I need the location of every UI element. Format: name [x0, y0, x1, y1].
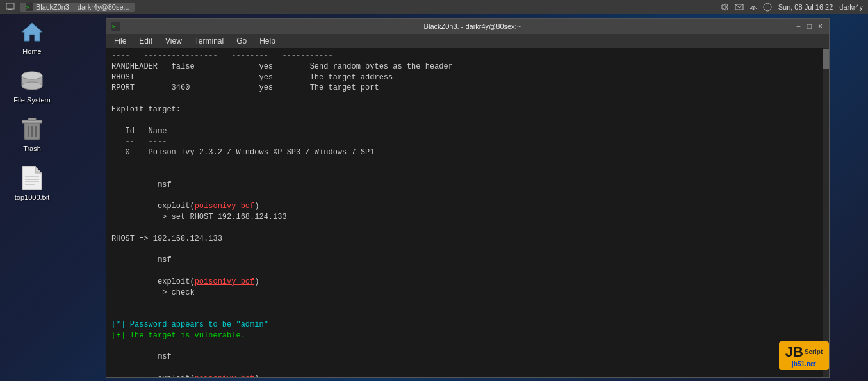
taskbar-top: >_ BlackZ0n3. - darkr4y@80se... — [0, 0, 868, 14]
svg-rect-16 — [28, 118, 36, 120]
network-icon — [749, 3, 758, 12]
terminal-menubar: File Edit View Terminal Go Help — [106, 34, 829, 48]
svg-marker-4 — [722, 4, 726, 10]
line-exploit-target: Exploit target: — [111, 104, 816, 115]
line-blank3 — [111, 158, 816, 169]
menu-terminal[interactable]: Terminal — [190, 36, 229, 45]
svg-text:>_: >_ — [112, 24, 119, 29]
terminal-window: >_ BlackZ0n3. - darkr4y@80sex:~ − □ × Fi… — [106, 18, 830, 378]
line-blank4 — [111, 309, 816, 320]
watermark-script: Script — [805, 348, 823, 355]
home-label: Home — [22, 47, 41, 55]
close-button[interactable]: × — [817, 22, 824, 31]
svg-marker-9 — [22, 23, 42, 41]
line-blank2 — [111, 115, 816, 126]
info-icon: i — [763, 3, 772, 12]
line-blank1 — [111, 93, 816, 104]
line-vulnerable: [+] The target is vulnerable. — [111, 330, 816, 341]
mail-icon — [735, 3, 744, 12]
taskbar-app-text: BlackZ0n3. - darkr4y@80se... — [36, 3, 129, 11]
desktop-icons: Home File System — [6, 19, 58, 201]
watermark-brand: JB Script jb51.net — [779, 341, 829, 370]
minimize-button[interactable]: − — [795, 22, 802, 31]
line-exploit-cmd: msf exploit(poisonivy_bof) > exploit — [111, 341, 816, 377]
line-randheader: RANDHEADER false yes Send random bytes a… — [111, 61, 816, 72]
menu-go[interactable]: Go — [231, 36, 252, 45]
trash-label: Trash — [23, 145, 41, 152]
menu-view[interactable]: View — [160, 36, 187, 45]
watermark: JB Script jb51.net — [740, 330, 868, 381]
line-id-header: Id Name — [111, 126, 816, 137]
line-rport: RPORT 3460 yes The target port — [111, 83, 816, 93]
filesystem-label: File System — [13, 96, 50, 104]
terminal-icon-small: >_ — [111, 22, 120, 31]
menu-help[interactable]: Help — [254, 36, 281, 45]
volume-icon — [721, 3, 730, 12]
taskbar-left: >_ BlackZ0n3. - darkr4y@80se... — [5, 2, 135, 12]
terminal-title-text: BlackZ0n3. - darkr4y@80sex:~ — [150, 22, 795, 30]
svg-rect-1 — [8, 9, 12, 10]
svg-point-6 — [752, 8, 754, 10]
line-set-rhost: msf exploit(poisonivy_bof) > set RHOST 1… — [111, 169, 816, 234]
line-check: msf exploit(poisonivy_bof) > check — [111, 244, 816, 309]
taskbar-datetime: Sun, 08 Jul 16:22 — [778, 3, 833, 11]
desktop-icon-trash[interactable]: Trash — [6, 117, 58, 152]
terminal-content: ---- ---------------- -------- ---------… — [111, 51, 824, 377]
svg-marker-21 — [35, 166, 42, 173]
watermark-url: jb51.net — [792, 361, 816, 368]
desktop-icon-home[interactable]: Home — [6, 19, 58, 55]
svg-point-12 — [22, 82, 42, 90]
menu-file[interactable]: File — [109, 36, 131, 45]
line-password: [*] Password appears to be "admin" — [111, 320, 816, 330]
file-icon — [19, 165, 45, 191]
terminal-scrollbar[interactable] — [823, 48, 829, 377]
taskbar-desktop-icon — [5, 2, 15, 12]
desktop: >_ BlackZ0n3. - darkr4y@80se... — [0, 0, 868, 381]
desktop-icon-filesystem[interactable]: File System — [6, 68, 58, 104]
taskbar-username: darkr4y — [839, 3, 863, 11]
line-rhost: RHOST yes The target address — [111, 72, 816, 83]
menu-edit[interactable]: Edit — [134, 36, 158, 45]
desktop-icon-top1000[interactable]: top1000.txt — [6, 165, 58, 201]
maximize-button[interactable]: □ — [806, 22, 813, 31]
svg-rect-0 — [6, 3, 14, 9]
terminal-body[interactable]: ---- ---------------- -------- ---------… — [106, 48, 829, 377]
terminal-controls: − □ × — [795, 22, 824, 31]
taskbar-app-label[interactable]: >_ BlackZ0n3. - darkr4y@80se... — [20, 3, 135, 12]
terminal-titlebar: >_ BlackZ0n3. - darkr4y@80sex:~ − □ × — [106, 19, 829, 34]
home-icon — [19, 19, 45, 45]
filesystem-icon — [19, 68, 45, 93]
line-separator: ---- ---------------- -------- ---------… — [111, 51, 816, 61]
svg-text:i: i — [766, 4, 767, 10]
sys-icons: i — [721, 3, 772, 12]
taskbar-right: i Sun, 08 Jul 16:22 darkr4y — [721, 3, 863, 12]
terminal-window-buttons: >_ — [111, 22, 150, 31]
svg-rect-15 — [22, 120, 42, 123]
line-poison-ivy: 0 Poison Ivy 2.3.2 / Windows XP SP3 / Wi… — [111, 147, 816, 158]
svg-text:>_: >_ — [26, 5, 32, 10]
line-rhost-val: RHOST => 192.168.124.133 — [111, 234, 816, 245]
scrollbar-thumb[interactable] — [823, 49, 829, 69]
top1000-label: top1000.txt — [15, 193, 49, 201]
watermark-jb: JB — [785, 344, 803, 361]
line-id-sep: -- ---- — [111, 136, 816, 147]
trash-icon — [19, 117, 45, 142]
svg-point-13 — [22, 72, 42, 79]
